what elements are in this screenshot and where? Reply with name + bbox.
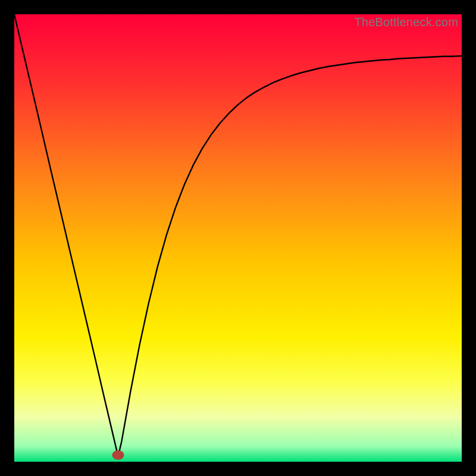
chart-frame: TheBottleneck.com: [14, 14, 462, 462]
chart-background: [14, 14, 462, 462]
chart-svg: [14, 14, 462, 462]
minimum-marker: [112, 450, 124, 460]
watermark-text: TheBottleneck.com: [354, 15, 458, 29]
